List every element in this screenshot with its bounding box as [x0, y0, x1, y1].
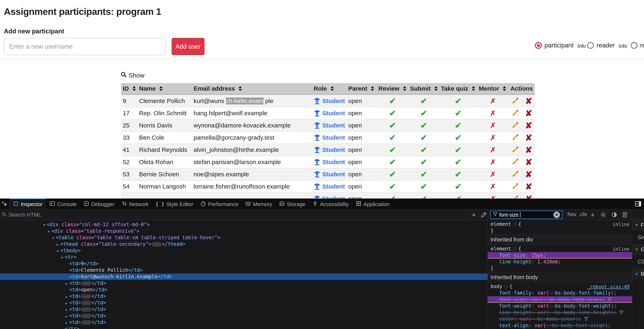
- tab-console[interactable]: Console: [46, 198, 80, 209]
- markup-line[interactable]: <td>open</td>: [0, 286, 488, 293]
- twisty-open-icon[interactable]: ▼: [60, 254, 65, 261]
- column-header-review[interactable]: Review: [377, 85, 408, 92]
- column-header-take-quiz[interactable]: Take quiz: [439, 85, 477, 92]
- tab-storage[interactable]: Storage: [276, 198, 309, 209]
- sort-arrows-icon[interactable]: [434, 86, 438, 91]
- css-property[interactable]: line-height: var(--bs-body-line-height);: [490, 309, 630, 316]
- tab-accessibility[interactable]: Accessibility: [309, 198, 352, 209]
- sort-arrows-icon[interactable]: [503, 86, 506, 91]
- twisty-open-icon[interactable]: ▼: [55, 248, 60, 254]
- tab-network[interactable]: Network: [118, 198, 152, 209]
- twisty-closed-icon[interactable]: ▶: [64, 320, 69, 326]
- highlighter-badge-icon[interactable]: [504, 285, 508, 288]
- layout-section-box-model[interactable]: ▼Box Model: [632, 269, 644, 279]
- overridden-filter-icon[interactable]: [607, 296, 612, 303]
- radio-icon[interactable]: [587, 42, 594, 49]
- css-property[interactable]: line-height: 1.428em;: [490, 258, 630, 265]
- column-header-id[interactable]: ID: [121, 85, 138, 92]
- twisty-open-icon[interactable]: ▼: [50, 235, 56, 242]
- student-link[interactable]: Student: [322, 146, 345, 153]
- stylesheet-link[interactable]: _reboot.scss:49: [587, 284, 630, 289]
- delete-icon[interactable]: ✘: [525, 96, 532, 106]
- markup-line[interactable]: ▶<td>···</td>: [0, 280, 488, 286]
- delete-icon[interactable]: ✘: [525, 120, 532, 130]
- sort-arrows-icon[interactable]: [403, 86, 406, 91]
- sort-arrows-icon[interactable]: [472, 86, 475, 91]
- show-button[interactable]: Show: [121, 72, 144, 80]
- delete-icon[interactable]: ✘: [525, 182, 532, 192]
- edit-pencil-icon[interactable]: [511, 146, 518, 154]
- markup-line[interactable]: ▶<td>···</td>: [0, 300, 488, 306]
- markup-line[interactable]: ▶<td>···</td>: [0, 293, 488, 300]
- search-html-input[interactable]: [8, 212, 436, 218]
- student-link[interactable]: Student: [322, 195, 345, 198]
- edit-pencil-icon[interactable]: [511, 97, 518, 105]
- overridden-filter-icon[interactable]: [584, 316, 588, 322]
- collapsed-children-pill[interactable]: ···: [82, 294, 91, 299]
- markup-line[interactable]: ▼<table class="table table-sm table-stri…: [0, 234, 488, 241]
- edit-pencil-icon[interactable]: [511, 183, 518, 190]
- add-rule-button[interactable]: +: [588, 210, 597, 219]
- class-toggle[interactable]: .cls: [579, 211, 587, 218]
- collapsed-children-pill[interactable]: ···: [82, 281, 91, 286]
- dark-theme-sim-icon[interactable]: [610, 210, 619, 219]
- css-property[interactable]: font-weight: var(--bs-body-font-weight);: [490, 303, 630, 309]
- sort-arrows-icon[interactable]: [238, 86, 242, 91]
- css-property[interactable]: color: var(--bs-body-color);: [490, 316, 630, 322]
- twisty-closed-icon[interactable]: ▶: [64, 280, 69, 287]
- student-link[interactable]: Student: [322, 134, 345, 141]
- markup-line[interactable]: <td>9</td>: [0, 260, 488, 267]
- student-link[interactable]: Student: [322, 110, 345, 117]
- delete-icon[interactable]: ✘: [525, 194, 532, 199]
- column-header-email-address[interactable]: Email address: [192, 85, 312, 92]
- layout-section-grid[interactable]: ▼Grid: [632, 244, 644, 255]
- twisty-closed-icon[interactable]: ▶: [64, 300, 69, 306]
- markup-line[interactable]: ▶<td>···</td>: [0, 312, 488, 319]
- rule-selector-line[interactable]: element{: [490, 221, 630, 228]
- student-link[interactable]: Student: [322, 171, 345, 178]
- rule-location[interactable]: inline: [613, 246, 630, 252]
- expand-sidebar-icon[interactable]: [634, 200, 642, 208]
- collapsed-children-pill[interactable]: ···: [82, 320, 91, 325]
- pseudo-class-toggle[interactable]: :hov: [566, 211, 576, 218]
- tab-inspector[interactable]: Inspector: [10, 198, 46, 209]
- column-header-submit[interactable]: Submit: [408, 85, 439, 92]
- edit-pencil-icon[interactable]: [511, 122, 518, 129]
- collapsed-children-pill[interactable]: ···: [152, 242, 161, 246]
- markup-line[interactable]: ▶<td>···</td>: [0, 306, 488, 312]
- radio-icon[interactable]: [630, 42, 638, 49]
- delete-icon[interactable]: ✘: [525, 133, 532, 143]
- column-header-name[interactable]: Name: [138, 85, 192, 92]
- overridden-filter-icon[interactable]: [619, 309, 624, 316]
- student-link[interactable]: Student: [322, 98, 345, 104]
- column-header-role[interactable]: Role: [312, 85, 347, 92]
- student-link[interactable]: Student: [322, 122, 345, 129]
- rule-selector-line[interactable]: element{: [490, 246, 630, 252]
- sort-arrows-icon[interactable]: [371, 86, 374, 91]
- role-info-link[interactable]: Info: [619, 42, 627, 49]
- highlighter-badge-icon[interactable]: [513, 248, 516, 250]
- twisty-open-icon[interactable]: ▼: [46, 228, 51, 235]
- markup-line[interactable]: <td>Clemente Pollich</td>: [0, 267, 488, 274]
- eyedropper-icon[interactable]: [479, 210, 488, 219]
- markup-line-selected[interactable]: <td>kurt@wunsch-kirlin.example</td>: [0, 274, 488, 280]
- tab-application[interactable]: Application: [352, 198, 393, 209]
- add-node-button[interactable]: +: [469, 210, 478, 219]
- delete-icon[interactable]: ✘: [525, 145, 532, 155]
- tab-performance[interactable]: Performance: [197, 198, 242, 209]
- student-link[interactable]: Student: [322, 158, 345, 166]
- role-option-reader[interactable]: readerInfo: [587, 39, 627, 52]
- highlighter-badge-icon[interactable]: [513, 223, 516, 226]
- delete-icon[interactable]: ✘: [525, 108, 532, 118]
- sort-arrows-icon[interactable]: [330, 86, 334, 91]
- markup-line[interactable]: ▼<div class="table-responsive">: [0, 228, 488, 234]
- markup-line[interactable]: ▼<tbody>: [0, 247, 488, 254]
- markup-line[interactable]: ▶<thead class="table-secondary">···</the…: [0, 241, 488, 247]
- twisty-closed-icon[interactable]: ▶: [64, 313, 69, 320]
- tab-memory[interactable]: Memory: [242, 198, 276, 209]
- radio-icon[interactable]: [535, 42, 542, 49]
- element-picker-icon[interactable]: [0, 198, 9, 209]
- collapsed-children-pill[interactable]: ···: [82, 314, 91, 318]
- sort-arrows-icon[interactable]: [132, 86, 136, 91]
- layout-section-flexbox[interactable]: ▼Flexbox: [632, 220, 644, 230]
